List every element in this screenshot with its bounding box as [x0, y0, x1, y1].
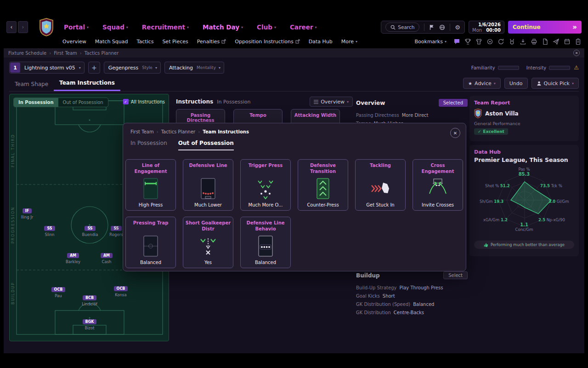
- instructions-header: Instructions In Possession Overview ▾: [176, 96, 353, 107]
- pitch-player[interactable]: IFIling Jr: [9, 205, 46, 219]
- familiarity-meter: Familiarity: [471, 65, 519, 70]
- tab-team-instructions[interactable]: Team Instructions: [54, 76, 120, 91]
- modal-tab-out-of-possession[interactable]: Out of Possession: [178, 140, 234, 150]
- advice-button[interactable]: ★Advice▾: [463, 78, 501, 89]
- calendar-icon[interactable]: [564, 38, 571, 45]
- external-link-icon: [221, 39, 226, 44]
- menu-match-day[interactable]: Match Day▾: [203, 23, 243, 31]
- close-icon[interactable]: ✕: [573, 50, 580, 56]
- tactic-select[interactable]: 1 Lightning storm v05 ▾: [9, 62, 85, 74]
- subnav-opposition-instructions[interactable]: Opposition Instructions: [235, 39, 300, 45]
- menu-career[interactable]: Career▾: [290, 23, 317, 31]
- mentality-select[interactable]: Attacking Mentality ▾: [164, 62, 224, 74]
- forward-button[interactable]: ›: [18, 21, 28, 33]
- breadcrumb-separator: ›: [80, 51, 82, 56]
- instruction-card-cross-engagement[interactable]: Cross Engagement Invite Crosses: [413, 159, 463, 211]
- tactic-slot-badge: 1: [10, 63, 20, 73]
- modal-tab-in-possession[interactable]: In Possession: [130, 140, 167, 150]
- pitch-player[interactable]: BGKBizot: [70, 316, 109, 330]
- refresh-icon[interactable]: [498, 38, 504, 45]
- buildup-row: GK DistributionCentre-Backs: [356, 309, 468, 317]
- team-name: Aston Villa: [485, 110, 519, 117]
- menu-club[interactable]: Club▾: [257, 23, 276, 31]
- chevron-down-icon: ▾: [241, 25, 243, 29]
- language-globe-icon[interactable]: [439, 24, 445, 30]
- cross-engagement-icon: [428, 174, 448, 202]
- printer-icon[interactable]: [531, 38, 537, 45]
- settings-gear-icon[interactable]: ⚙: [455, 24, 460, 30]
- subnav-overview[interactable]: Overview: [62, 39, 86, 45]
- breadcrumb-item[interactable]: Tactics Planner: [85, 51, 119, 56]
- instruction-card-pressing-trap[interactable]: Pressing Trap Balanced: [125, 217, 176, 268]
- person-icon: [537, 81, 542, 86]
- thumbs-up-icon: [484, 242, 488, 247]
- instruction-card-tackling[interactable]: Tackling Get Stuck In: [355, 159, 406, 211]
- intensity-meter: Intensity ⚠: [526, 64, 579, 71]
- pitch-player[interactable]: SSSlinn: [30, 223, 69, 237]
- search-button[interactable]: Search: [385, 23, 419, 32]
- download-icon[interactable]: [520, 38, 526, 45]
- pitch-player[interactable]: AMBarkley: [54, 250, 92, 264]
- instruction-card-defensive-line-behaviour[interactable]: Defensive Line Behavio Balanced: [240, 217, 291, 268]
- short-gk-distribution-icon: [198, 232, 218, 260]
- subnav-penalties[interactable]: Penalties: [197, 39, 226, 45]
- instruction-card-defensive-line[interactable]: Defensive Line Much Lower: [183, 159, 233, 211]
- continue-button[interactable]: Continue »: [508, 21, 582, 34]
- undo-button[interactable]: Undo: [504, 78, 528, 89]
- defensive-transition-icon: [313, 174, 333, 202]
- close-icon[interactable]: ✕: [450, 128, 460, 138]
- tab-team-shape[interactable]: Team Shape: [9, 77, 54, 91]
- instruction-card-short-goalkeeper-distribution[interactable]: Short Goalkeeper Distr Yes: [183, 217, 233, 268]
- stat-shot-pct: Shot % 51.2: [485, 184, 510, 188]
- clipboard-icon[interactable]: [575, 38, 582, 45]
- back-button[interactable]: ‹: [6, 21, 17, 33]
- style-select[interactable]: Gegenpress Style ▾: [104, 62, 161, 74]
- instruction-card-trigger-press[interactable]: Trigger Press Much More O...: [240, 159, 291, 211]
- medal-icon[interactable]: [509, 38, 515, 45]
- breadcrumb-item[interactable]: First Team: [54, 51, 77, 56]
- instruction-card-line-of-engagement[interactable]: Line of Engagement High Press: [125, 159, 176, 211]
- menu-squad[interactable]: Squad▾: [102, 23, 128, 31]
- subnav-more[interactable]: More▾: [341, 39, 357, 45]
- pitch-player[interactable]: AMCash: [87, 250, 126, 264]
- subnav-data-hub[interactable]: Data Hub: [309, 39, 333, 45]
- send-icon[interactable]: [553, 38, 560, 45]
- star-icon: ★: [468, 81, 472, 86]
- subnav-match-squad[interactable]: Match Squad: [95, 39, 128, 45]
- double-chevron-icon: »: [572, 23, 577, 31]
- bookmarks-dropdown[interactable]: Bookmarks▾: [415, 39, 447, 45]
- toggle-in-possession[interactable]: In Possession: [14, 98, 58, 107]
- pitch-player[interactable]: BCBLindelöf: [70, 292, 109, 306]
- planner-tabs: Team Shape Team Instructions ★Advice▾ Un…: [9, 76, 579, 92]
- instruction-card-defensive-transition[interactable]: Defensive Transition Counter-Press: [298, 159, 348, 211]
- subnav-set-pieces[interactable]: Set Pieces: [162, 39, 188, 45]
- instructions-title: Instructions: [176, 98, 213, 105]
- bookmark-flag-icon[interactable]: [429, 24, 435, 30]
- header-actions: Search ⚙ 1/6/2026 Mon 00:00 Continue »: [381, 21, 582, 34]
- toggle-out-of-possession[interactable]: Out of Possession: [58, 98, 108, 107]
- selected-button[interactable]: Selected: [439, 99, 468, 107]
- ball-icon[interactable]: [486, 38, 493, 45]
- all-instructions-checkbox[interactable]: ✓ All Instructions: [123, 99, 165, 104]
- breadcrumb-item[interactable]: Tactics Planner: [161, 129, 196, 134]
- quick-pick-button[interactable]: Quick Pick▾: [531, 78, 579, 89]
- breadcrumb-item[interactable]: First Team: [130, 129, 154, 134]
- chevron-down-icon: ▾: [79, 66, 81, 70]
- add-tactic-button[interactable]: +: [88, 62, 100, 74]
- view-mode-dropdown[interactable]: Overview ▾: [310, 97, 353, 107]
- subnav-tactics[interactable]: Tactics: [137, 39, 154, 45]
- menu-recruitment[interactable]: Recruitment▾: [142, 23, 189, 31]
- chevron-down-icon: ▾: [572, 81, 574, 86]
- select-button[interactable]: Select: [443, 271, 468, 279]
- chevron-down-icon: ▾: [187, 25, 189, 29]
- buildup-row: Goal KicksShort: [356, 292, 468, 300]
- stat-npxg-per-90: 2.5 Np-xG/90: [538, 218, 565, 222]
- menu-portal[interactable]: Portal▾: [64, 23, 89, 31]
- document-icon[interactable]: [542, 38, 548, 45]
- buildup-title: Buildup: [356, 272, 380, 279]
- trophy-icon[interactable]: [464, 38, 471, 45]
- breadcrumb-item[interactable]: Fixture Schedule: [8, 51, 46, 56]
- chat-icon[interactable]: [453, 38, 460, 45]
- buildup-row: Build-Up StrategyPlay Through Press: [356, 284, 468, 292]
- shirt-icon[interactable]: [475, 38, 482, 45]
